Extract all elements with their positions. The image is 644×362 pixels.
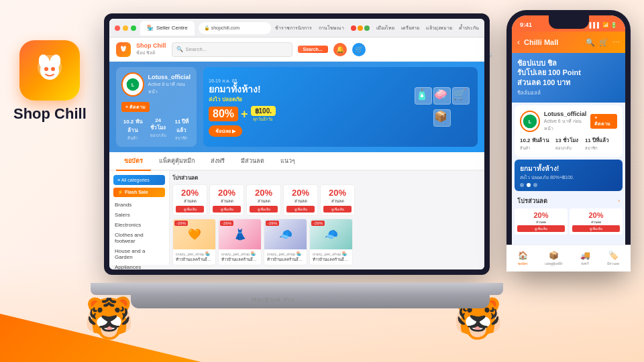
phone-discount-card-1[interactable]: 20% ส่วนลด ดูเพิ่มเติม <box>515 208 568 235</box>
site-logo <box>116 42 131 57</box>
phone-follow-button[interactable]: + ติดตาม <box>590 114 617 129</box>
home-label: ขอบัตร <box>518 261 528 266</box>
phone-promo-sub-text: ชิลล์มอลล์ <box>517 88 620 97</box>
phone-nav-sale[interactable]: 🏷️ มีส่วนลด <box>607 251 619 266</box>
browser-tab[interactable]: 🏪 Seller Centre <box>140 21 195 36</box>
phone-shop-stats: 10.2 พันล้าน สินค้า 13 ชั่วโมง ตอบกลับ 1… <box>520 136 617 152</box>
promo-cta-button[interactable]: ช้อปเลย ▶ <box>209 125 242 137</box>
phone-shop-header: L Lotuss_official Active 6 นาที ก่อนหน้า… <box>520 111 617 132</box>
phone-time: 9:41 <box>520 21 532 28</box>
phone-section-label: โปรส่วนลด <box>517 196 547 206</box>
cashback-block: ฿100. ทุกวันอีกว้อ <box>251 106 276 123</box>
phone-nav-bundles[interactable]: 📦 แฝดคู่คุ้มหมึก <box>545 251 563 266</box>
cart-icon[interactable]: 🛒 <box>352 43 366 56</box>
shop-stat-products: 10.2 พันล้าน สินค้า <box>121 117 144 141</box>
minimize-dot[interactable] <box>123 25 128 31</box>
sidebar-clothes[interactable]: Clothes and footwear <box>109 230 169 246</box>
discount-card-5[interactable]: 20% ส่วนลด ดูเพิ่มเติม <box>320 184 355 216</box>
bundles-label: แฝดคู่คุ้มหมึก <box>545 261 563 266</box>
phone-search-icon[interactable]: 🔍 <box>586 38 595 47</box>
sidebar-electronics[interactable]: Electronics <box>109 220 169 230</box>
product-card-3[interactable]: 🧢 -29% crazy_pet_shop 🏪 ท้าวบ้านแลคร้านอ… <box>264 219 307 265</box>
laptop-brand-label: MacBook Pro <box>252 296 295 303</box>
phone-nav-home[interactable]: 🏠 ขอบัตร <box>518 251 528 266</box>
phone-nav-shipping[interactable]: 🚚 ส่งฟรี <box>580 251 590 266</box>
svg-text:L: L <box>131 82 134 87</box>
app-icon-section: Shop Chill <box>13 40 87 122</box>
phone-discount-card-2[interactable]: 20% ส่วนลด ดูเพิ่มเติม <box>570 208 623 235</box>
phone-cart-icon[interactable]: 🛒 <box>599 38 608 47</box>
sidebar-brands[interactable]: Brands <box>109 200 169 210</box>
follow-button[interactable]: + ติดตาม <box>121 102 150 112</box>
phone-stat-joined: 11 ปีที่แล้ว สมาชิก <box>585 136 609 152</box>
svg-point-8 <box>121 48 125 52</box>
product-card-2[interactable]: 👗 -29% crazy_pet_shop 🏪 ท้าวบ้านแลคร้านอ… <box>218 219 262 265</box>
promo-subtitle: ส่งไว ปลอดภัย <box>209 95 276 104</box>
dot-1 <box>520 183 524 187</box>
header-icons: 🔔 🛒 <box>333 43 366 56</box>
product-card-4[interactable]: 🧢 -29% crazy_pet_shop 🏪 ท้าวบ้านแลคร้านอ… <box>309 219 353 265</box>
sidebar-appliances[interactable]: Appliances <box>109 262 169 269</box>
sidebar-house[interactable]: House and a Garden <box>109 246 169 262</box>
phone-section-more[interactable]: › <box>618 198 620 204</box>
nav-item-sale[interactable]: มีส่วนลด <box>233 152 272 171</box>
close-dot[interactable] <box>115 25 120 31</box>
notification-icon[interactable]: 🔔 <box>333 43 347 56</box>
nav-item-home[interactable]: ขอบัตร <box>116 152 151 171</box>
home-icon: 🏠 <box>518 251 528 260</box>
browser-url-bar[interactable]: 🔒 shopchill.com <box>199 22 271 34</box>
sidebar-salers[interactable]: Salers <box>109 210 169 220</box>
phone-header-icons: 🔍 🛒 ⋯ <box>586 38 620 47</box>
discount-card-1[interactable]: 20% ส่วนลด ดูเพิ่มเติม <box>172 184 207 216</box>
product-image-2: 👗 -29% <box>219 219 261 249</box>
dot-3 <box>533 183 537 187</box>
sale-icon: 🏷️ <box>608 251 619 260</box>
phone-discount-row: 20% ส่วนลด ดูเพิ่มเติม 20% ส่วนลด ดูเพิ่… <box>515 208 623 235</box>
promo-product-3: 🛒 <box>452 87 470 105</box>
products-section-title: โปรส่วนลด <box>172 174 482 182</box>
discount-cards-row: 20% ส่วนลด ดูเพิ่มเติม 20% ส่วนลด ดูเพิ่… <box>172 184 482 216</box>
laptop-screen: 🏪 Seller Centre 🔒 shopchill.com ข้าราชกา… <box>109 19 484 269</box>
phone-mini-sub: ส่งไว ปลอดภัย 80%+฿100. <box>520 174 617 181</box>
sidebar: ≡ All categories ⚡ Flash Sale Brands Sal… <box>109 171 170 265</box>
phone-promo-banner: ช้อปแบบ ชิลรับโปเลย 100 Pointส่วนลด 100 … <box>512 53 625 103</box>
phone-content: ช้อปแบบ ชิลรับโปเลย 100 Pointส่วนลด 100 … <box>512 53 625 266</box>
promo-product-1: 🧴 <box>415 87 432 105</box>
phone-shop-name: Lotuss_official <box>544 111 587 117</box>
phone-shop-section: L Lotuss_official Active 6 นาที ก่อนหน้า… <box>515 105 623 157</box>
nav-item-bundles[interactable]: แพ็คคู่คุ้มหมึก <box>151 152 203 171</box>
flash-sale-banner: ⚡ Flash Sale <box>113 188 165 197</box>
shop-logo: L <box>121 72 144 97</box>
all-categories-button[interactable]: ≡ All categories <box>113 175 165 185</box>
svg-point-3 <box>40 61 59 80</box>
product-card-1[interactable]: 🧡 -29% crazy_pet_shop 🏪 ท้าวบ้านแลคร้านอ… <box>172 219 216 265</box>
laptop-device: 🏪 Seller Centre 🔒 shopchill.com ข้าราชกา… <box>104 13 500 328</box>
discount-card-3[interactable]: 20% ส่วนลด ดูเพิ่มเติม <box>246 184 281 216</box>
promo-banner: 16-19 ส.ค. 65 ยกมาทั้งห้าง! ส่งไว ปลอดภั… <box>203 67 478 147</box>
phone-header-title: Chilli Mall <box>524 38 582 46</box>
phone-shop-active: Active 6 นาที ก่อนหน้า <box>544 117 587 132</box>
nav-item-freeship[interactable]: ส่งฟรี <box>203 152 233 171</box>
main-content: ≡ All categories ⚡ Flash Sale Brands Sal… <box>109 171 484 265</box>
shop-profile-section: L Lotuss_official Active 8 นาที ก่อนหน้า… <box>109 62 484 152</box>
shop-stats: 10.2 พันล้าน สินค้า 24 ชั่วโมง ตอบกลับ 1… <box>121 117 191 141</box>
search-button[interactable]: Search... <box>298 46 328 53</box>
product-info-1: crazy_pet_shop 🏪 ท้าวบ้านแลคร้านอีตลาก <box>173 249 215 265</box>
maximize-dot[interactable] <box>131 25 136 31</box>
nav-item-misc[interactable]: แนวๆ <box>272 152 303 171</box>
phone-status-icons: ▌▌▌ 📶 🔋 <box>590 22 617 28</box>
phone-header: ‹ Chilli Mall 🔍 🛒 ⋯ <box>512 32 625 53</box>
discount-card-2[interactable]: 20% ส่วนลด ดูเพิ่มเติม <box>209 184 244 216</box>
browser-dots-status <box>351 24 370 32</box>
sale-label: มีส่วนลด <box>607 261 619 266</box>
phone-mini-title: ยกมาทั้งห้าง! <box>520 164 617 174</box>
promo-product-images: 🧴 🧼 🛒 📦 <box>412 85 472 129</box>
promo-product-2: 🧼 <box>433 87 451 105</box>
phone-device: 9:41 ▌▌▌ 📶 🔋 ‹ Chilli Mall 🔍 🛒 ⋯ <box>506 10 631 345</box>
site-store-name: Shop Chill <box>136 42 166 49</box>
shop-nav: ขอบัตร แพ็คคู่คุ้มหมึก ส่งฟรี มีส่วนลด แ… <box>109 152 484 171</box>
phone-back-icon[interactable]: ‹ <box>517 38 520 47</box>
site-search-bar[interactable]: 🔍 Search... <box>172 42 292 57</box>
discount-card-4[interactable]: 20% ส่วนลด ดูเพิ่มเติม <box>283 184 318 216</box>
phone-more-icon[interactable]: ⋯ <box>612 38 620 47</box>
